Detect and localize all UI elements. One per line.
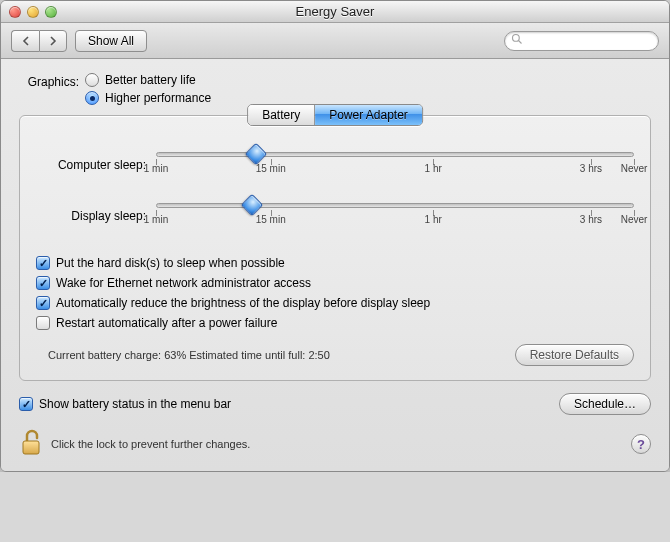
restore-defaults-button[interactable]: Restore Defaults	[515, 344, 634, 366]
computer-sleep-slider[interactable]: 1 min15 min1 hr3 hrsNever	[156, 152, 634, 177]
display-sleep-slider[interactable]: 1 min15 min1 hr3 hrsNever	[156, 203, 634, 228]
tick-label: 1 min	[144, 214, 168, 225]
battery-status-text: Current battery charge: 63% Estimated ti…	[36, 349, 330, 361]
search-icon	[511, 33, 527, 48]
checkbox-label: Restart automatically after a power fail…	[56, 316, 277, 330]
tabset: Battery Power Adapter	[247, 104, 423, 126]
window: Energy Saver Show All Graphics:	[0, 0, 670, 472]
below-panel-row: Show battery status in the menu bar Sche…	[19, 393, 651, 415]
checkbox-label: Automatically reduce the brightness of t…	[56, 296, 430, 310]
tick-label: 1 min	[144, 163, 168, 174]
check-dim-before-sleep[interactable]: Automatically reduce the brightness of t…	[36, 296, 634, 310]
display-sleep-label: Display sleep:	[36, 209, 146, 223]
window-title: Energy Saver	[1, 4, 669, 19]
graphics-option-battery[interactable]: Better battery life	[85, 73, 211, 87]
checkbox-label: Show battery status in the menu bar	[39, 397, 231, 411]
radio-icon	[85, 73, 99, 87]
checkbox-label: Put the hard disk(s) to sleep when possi…	[56, 256, 285, 270]
tick-label: Never	[621, 214, 648, 225]
tick-label: 15 min	[256, 163, 286, 174]
titlebar: Energy Saver	[1, 1, 669, 23]
help-button[interactable]: ?	[631, 434, 651, 454]
lock-icon[interactable]	[19, 429, 43, 459]
checkbox-icon	[19, 397, 33, 411]
tick-label: 1 hr	[425, 214, 442, 225]
toolbar: Show All	[1, 23, 669, 59]
radio-label: Better battery life	[105, 73, 196, 87]
svg-line-1	[519, 41, 522, 44]
lock-text: Click the lock to prevent further change…	[51, 438, 250, 450]
graphics-option-performance[interactable]: Higher performance	[85, 91, 211, 105]
tick-label: 15 min	[256, 214, 286, 225]
tab-battery[interactable]: Battery	[248, 105, 315, 125]
slider-track	[156, 152, 634, 157]
schedule-button[interactable]: Schedule…	[559, 393, 651, 415]
graphics-section: Graphics: Better battery life Higher per…	[19, 73, 651, 105]
computer-sleep-label: Computer sleep:	[36, 158, 146, 172]
checkbox-icon	[36, 256, 50, 270]
forward-button[interactable]	[39, 30, 67, 52]
radio-label: Higher performance	[105, 91, 211, 105]
tick-label: Never	[621, 163, 648, 174]
show-all-button[interactable]: Show All	[75, 30, 147, 52]
radio-icon	[85, 91, 99, 105]
search-input[interactable]	[527, 34, 669, 48]
search-field[interactable]	[504, 31, 659, 51]
checkbox-icon	[36, 296, 50, 310]
content: Graphics: Better battery life Higher per…	[1, 59, 669, 471]
checkbox-icon	[36, 316, 50, 330]
check-hd-sleep[interactable]: Put the hard disk(s) to sleep when possi…	[36, 256, 634, 270]
check-restart-power-failure[interactable]: Restart automatically after a power fail…	[36, 316, 634, 330]
graphics-label: Graphics:	[19, 73, 79, 89]
checkbox-label: Wake for Ethernet network administrator …	[56, 276, 311, 290]
tab-power-adapter[interactable]: Power Adapter	[315, 105, 422, 125]
nav-buttons	[11, 30, 67, 52]
svg-point-0	[513, 35, 520, 42]
tick-label: 3 hrs	[580, 163, 602, 174]
lock-row: Click the lock to prevent further change…	[19, 429, 651, 459]
tick-label: 1 hr	[425, 163, 442, 174]
tick-label: 3 hrs	[580, 214, 602, 225]
check-wake-ethernet[interactable]: Wake for Ethernet network administrator …	[36, 276, 634, 290]
checkbox-icon	[36, 276, 50, 290]
svg-rect-2	[23, 441, 39, 454]
settings-panel: Battery Power Adapter Computer sleep: 1 …	[19, 115, 651, 381]
status-row: Current battery charge: 63% Estimated ti…	[36, 344, 634, 366]
check-menubar-status[interactable]: Show battery status in the menu bar	[19, 397, 231, 411]
slider-track	[156, 203, 634, 208]
computer-sleep-row: Computer sleep: 1 min15 min1 hr3 hrsNeve…	[36, 152, 634, 177]
display-sleep-row: Display sleep: 1 min15 min1 hr3 hrsNever	[36, 203, 634, 228]
back-button[interactable]	[11, 30, 39, 52]
